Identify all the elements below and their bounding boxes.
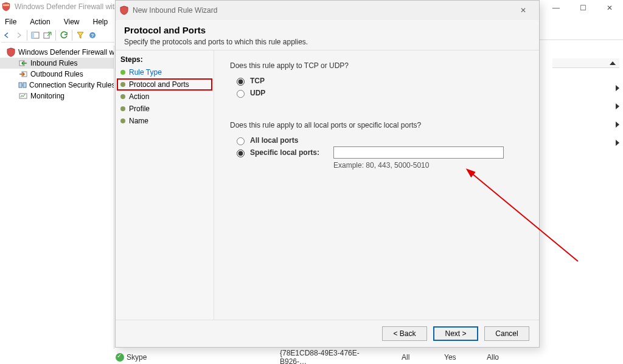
firewall-shield-icon [6, 47, 16, 57]
svg-rect-8 [19, 83, 22, 88]
minimize-button[interactable]: — [543, 0, 569, 16]
expand-icon[interactable] [616, 85, 619, 91]
monitoring-icon [18, 91, 28, 101]
tree-outbound-rules[interactable]: Outbound Rules [0, 69, 114, 80]
outbound-icon [18, 69, 28, 79]
radio-all-ports[interactable] [237, 137, 245, 145]
svg-rect-3 [44, 33, 49, 38]
menu-view[interactable]: View [63, 17, 81, 27]
expand-icon[interactable] [616, 140, 619, 146]
parent-window-controls: — ☐ ✕ [543, 0, 623, 16]
new-inbound-rule-wizard: New Inbound Rule Wizard ✕ Protocol and P… [115, 0, 540, 348]
radio-tcp[interactable] [237, 78, 245, 86]
toolbar-export-icon[interactable] [42, 30, 53, 41]
rule-action: Allo [487, 353, 511, 362]
step-bullet-icon [120, 106, 125, 111]
wizard-steps-pane: Steps: Rule Type Protocol and Ports Acti… [116, 50, 214, 320]
svg-rect-2 [32, 32, 34, 38]
steps-label: Steps: [117, 55, 212, 66]
wizard-shield-icon [119, 5, 129, 15]
expand-icon[interactable] [616, 103, 619, 109]
inbound-icon [18, 58, 28, 68]
nav-tree: Windows Defender Firewall with Inbound R… [0, 46, 114, 349]
mmc-title: Windows Defender Firewall with [1, 2, 119, 12]
step-action[interactable]: Action [117, 91, 212, 103]
close-button[interactable]: ✕ [596, 0, 623, 16]
wizard-subheading: Specify the protocols and ports to which… [124, 38, 531, 46]
step-profile[interactable]: Profile [117, 103, 212, 115]
firewall-shield-icon [1, 2, 11, 12]
tree-item-label: Inbound Rules [30, 59, 77, 67]
specific-ports-input[interactable] [333, 146, 504, 159]
expand-icon[interactable] [616, 122, 619, 128]
step-protocol-and-ports[interactable]: Protocol and Ports [117, 78, 212, 91]
radio-all-ports-row[interactable]: All local ports [234, 136, 523, 145]
step-bullet-icon [120, 70, 125, 75]
wizard-close-button[interactable]: ✕ [511, 2, 535, 18]
step-label: Rule Type [129, 68, 162, 77]
radio-udp-row[interactable]: UDP [234, 88, 523, 98]
actions-pane-header [552, 58, 619, 68]
tree-root-label: Windows Defender Firewall with [18, 48, 114, 57]
toolbar: ? [1, 28, 114, 43]
rule-enabled: Yes [444, 353, 468, 362]
radio-specific-ports-label: Specific local ports: [250, 148, 319, 157]
step-bullet-icon [120, 94, 125, 99]
back-button[interactable]: < Back [382, 326, 427, 341]
toolbar-help-icon[interactable]: ? [87, 30, 98, 41]
step-label: Name [129, 117, 148, 125]
maximize-button[interactable]: ☐ [569, 0, 596, 16]
radio-tcp-label: TCP [250, 77, 265, 85]
wizard-title: New Inbound Rule Wizard [133, 6, 511, 15]
connection-security-icon [18, 80, 27, 90]
question-ports: Does this rule apply to all local ports … [230, 121, 523, 129]
toolbar-refresh-icon[interactable] [58, 30, 69, 41]
toolbar-filter-icon[interactable] [75, 30, 86, 41]
toolbar-show-hide-icon[interactable] [30, 30, 41, 41]
toolbar-forward-icon[interactable] [13, 30, 24, 41]
svg-rect-10 [19, 94, 27, 98]
step-name[interactable]: Name [117, 115, 212, 127]
wizard-titlebar[interactable]: New Inbound Rule Wizard ✕ [116, 1, 539, 20]
tree-inbound-rules[interactable]: Inbound Rules [0, 58, 114, 69]
step-bullet-icon [120, 118, 125, 123]
tree-item-label: Outbound Rules [30, 70, 83, 78]
ports-example-text: Example: 80, 443, 5000-5010 [333, 161, 523, 170]
mmc-title-text: Windows Defender Firewall with [15, 2, 119, 11]
tree-connection-security[interactable]: Connection Security Rules [0, 80, 114, 91]
radio-specific-ports[interactable] [237, 149, 245, 157]
wizard-header: Protocol and Ports Specify the protocols… [116, 20, 539, 50]
tree-monitoring[interactable]: Monitoring [0, 91, 114, 101]
rule-profile: All [402, 353, 426, 362]
collapse-icon[interactable] [610, 61, 616, 65]
svg-rect-0 [3, 4, 9, 6]
rule-group: {78E1CD88-49E3-476E-B926-… [280, 349, 383, 364]
rule-list-row[interactable]: Skype {78E1CD88-49E3-476E-B926-… All Yes… [116, 352, 623, 363]
svg-rect-9 [23, 83, 26, 88]
step-label: Action [129, 92, 149, 101]
radio-tcp-row[interactable]: TCP [234, 76, 523, 86]
wizard-footer: < Back Next > Cancel [116, 320, 539, 347]
step-label: Profile [129, 105, 150, 113]
next-button[interactable]: Next > [433, 326, 478, 341]
svg-text:?: ? [91, 33, 94, 38]
step-bullet-icon [120, 82, 125, 87]
rule-name: Skype [127, 353, 147, 362]
wizard-content: Does this rule apply to TCP or UDP? TCP … [214, 50, 539, 320]
wizard-heading: Protocol and Ports [124, 25, 531, 35]
cancel-button[interactable]: Cancel [484, 326, 529, 341]
toolbar-back-icon[interactable] [1, 30, 12, 41]
menu-file[interactable]: File [4, 17, 18, 27]
allowed-rule-icon [116, 353, 124, 362]
step-rule-type[interactable]: Rule Type [117, 66, 212, 78]
menu-action[interactable]: Action [29, 17, 51, 27]
menu-help[interactable]: Help [92, 17, 110, 27]
radio-udp-label: UDP [250, 89, 265, 97]
radio-all-ports-label: All local ports [250, 136, 298, 145]
tree-item-label: Connection Security Rules [29, 81, 114, 89]
tree-item-label: Monitoring [30, 92, 64, 100]
step-label: Protocol and Ports [129, 80, 189, 89]
menu-bar: File Action View Help [1, 16, 111, 28]
tree-root[interactable]: Windows Defender Firewall with [0, 47, 114, 58]
radio-udp[interactable] [237, 90, 245, 98]
